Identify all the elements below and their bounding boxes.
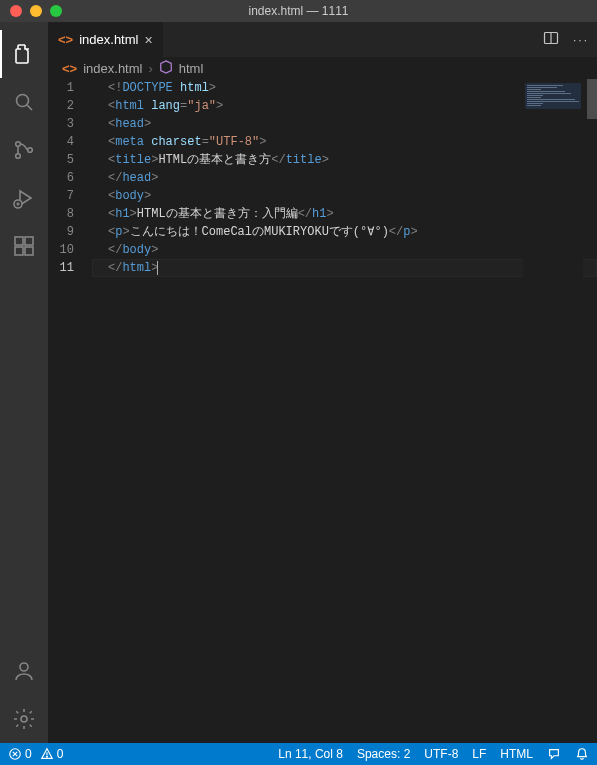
status-encoding[interactable]: UTF-8 — [424, 747, 458, 761]
code-line[interactable]: <!DOCTYPE html> — [92, 79, 597, 97]
code-line[interactable]: </html> — [92, 259, 597, 277]
titlebar: index.html — 1111 — [0, 0, 597, 22]
line-number: 2 — [48, 97, 74, 115]
settings-gear-icon[interactable] — [0, 695, 48, 743]
svg-rect-7 — [15, 237, 23, 245]
code-line[interactable]: </body> — [92, 241, 597, 259]
status-language[interactable]: HTML — [500, 747, 533, 761]
status-spaces[interactable]: Spaces: 2 — [357, 747, 410, 761]
line-number: 3 — [48, 115, 74, 133]
editor-scrollbar[interactable] — [583, 79, 597, 743]
extensions-icon[interactable] — [0, 222, 48, 270]
svg-point-0 — [17, 95, 29, 107]
tab-bar: <> index.html × ··· — [48, 22, 597, 57]
scrollbar-thumb[interactable] — [587, 79, 597, 119]
code-editor[interactable]: 1234567891011 <!DOCTYPE html><html lang=… — [48, 79, 597, 743]
accounts-icon[interactable] — [0, 647, 48, 695]
feedback-icon[interactable] — [547, 747, 561, 761]
code-area[interactable]: <!DOCTYPE html><html lang="ja"><head><me… — [92, 79, 597, 743]
line-number: 7 — [48, 187, 74, 205]
breadcrumb-file[interactable]: index.html — [83, 61, 142, 76]
maximize-window-icon[interactable] — [50, 5, 62, 17]
bell-icon[interactable] — [575, 747, 589, 761]
search-icon[interactable] — [0, 78, 48, 126]
explorer-icon[interactable] — [0, 30, 48, 78]
svg-point-4 — [28, 148, 33, 153]
symbol-icon — [159, 60, 173, 77]
svg-point-2 — [16, 142, 21, 147]
code-line[interactable]: </head> — [92, 169, 597, 187]
line-number: 5 — [48, 151, 74, 169]
svg-line-1 — [27, 105, 32, 110]
tab-index-html[interactable]: <> index.html × — [48, 22, 164, 57]
status-errors[interactable]: 0 — [8, 747, 32, 761]
html-file-icon: <> — [58, 32, 73, 47]
line-number: 9 — [48, 223, 74, 241]
line-number: 1 — [48, 79, 74, 97]
window-title: index.html — 1111 — [0, 4, 597, 18]
line-number: 11 — [48, 259, 74, 277]
status-warnings[interactable]: 0 — [40, 747, 64, 761]
activity-bar — [0, 22, 48, 743]
code-line[interactable]: <meta charset="UTF-8"> — [92, 133, 597, 151]
breadcrumbs[interactable]: <> index.html › html — [48, 57, 597, 79]
close-tab-icon[interactable]: × — [144, 33, 152, 47]
svg-rect-8 — [15, 247, 23, 255]
tab-label: index.html — [79, 32, 138, 47]
status-eol[interactable]: LF — [472, 747, 486, 761]
chevron-right-icon: › — [148, 61, 152, 76]
status-lncol[interactable]: Ln 11, Col 8 — [278, 747, 343, 761]
close-window-icon[interactable] — [10, 5, 22, 17]
code-line[interactable]: <p>こんにちは！ComeCalのMUKIRYOKUです(°∀°)</p> — [92, 223, 597, 241]
code-line[interactable]: <head> — [92, 115, 597, 133]
code-line[interactable]: <html lang="ja"> — [92, 97, 597, 115]
line-number: 10 — [48, 241, 74, 259]
breadcrumb-symbol[interactable]: html — [179, 61, 204, 76]
line-gutter: 1234567891011 — [48, 79, 92, 743]
split-editor-icon[interactable] — [543, 30, 559, 49]
line-number: 6 — [48, 169, 74, 187]
svg-rect-9 — [25, 247, 33, 255]
scm-icon[interactable] — [0, 126, 48, 174]
error-count: 0 — [25, 747, 32, 761]
svg-point-3 — [16, 154, 21, 159]
svg-point-19 — [46, 756, 47, 757]
svg-point-12 — [21, 716, 27, 722]
status-bar: 0 0 Ln 11, Col 8 Spaces: 2 UTF-8 LF HTML — [0, 743, 597, 765]
svg-point-11 — [20, 663, 28, 671]
line-number: 8 — [48, 205, 74, 223]
more-actions-icon[interactable]: ··· — [573, 33, 589, 47]
line-number: 4 — [48, 133, 74, 151]
minimap[interactable] — [523, 79, 583, 743]
window-controls — [0, 5, 62, 17]
editor-group: <> index.html × ··· <> index.html › — [48, 22, 597, 743]
warning-count: 0 — [57, 747, 64, 761]
html-file-icon: <> — [62, 61, 77, 76]
debug-icon[interactable] — [0, 174, 48, 222]
svg-rect-10 — [25, 237, 33, 245]
tab-actions: ··· — [543, 22, 597, 57]
minimize-window-icon[interactable] — [30, 5, 42, 17]
code-line[interactable]: <body> — [92, 187, 597, 205]
code-line[interactable]: <h1>HTMLの基本と書き方：入門編</h1> — [92, 205, 597, 223]
code-line[interactable]: <title>HTMLの基本と書き方</title> — [92, 151, 597, 169]
